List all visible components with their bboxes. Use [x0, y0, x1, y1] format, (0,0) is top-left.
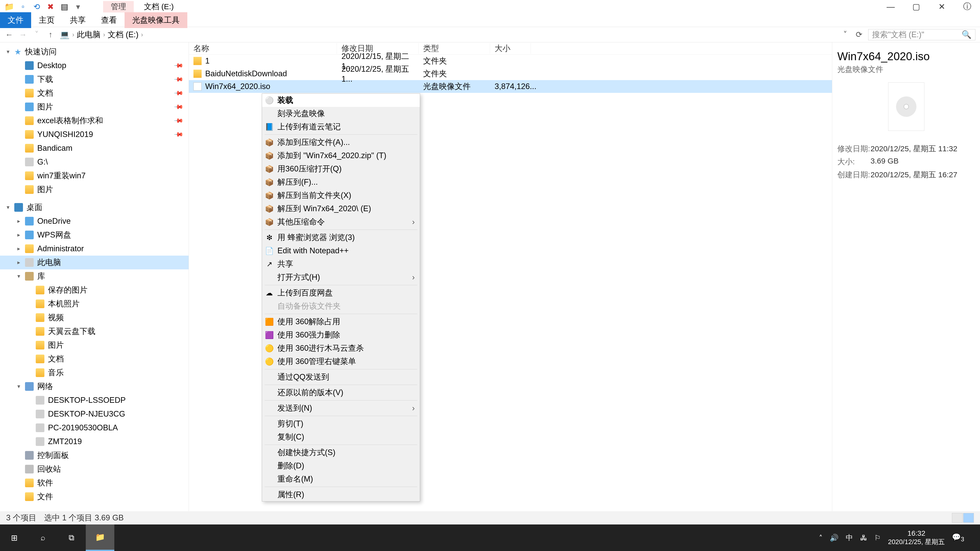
menu-item[interactable]: ↗共享	[262, 257, 420, 271]
tree-item-WPS网盘[interactable]: ▸WPS网盘	[0, 228, 189, 242]
undo-icon[interactable]: ⟲	[32, 2, 41, 11]
tree-item-视频[interactable]: 视频	[0, 311, 189, 324]
tree-item-YUNQISHI2019[interactable]: YUNQISHI2019📌	[0, 127, 189, 141]
menu-item[interactable]: ❇用 蜂蜜浏览器 浏览(3)	[262, 231, 420, 244]
menu-item[interactable]: 还原以前的版本(V)	[262, 386, 420, 399]
menu-item[interactable]: 📦添加到压缩文件(A)...	[262, 136, 420, 149]
expand-caret-icon[interactable]: ▸	[16, 245, 21, 252]
tree-item-图片[interactable]: 图片	[0, 338, 189, 352]
menu-item[interactable]: 📦解压到 Win7x64_2020\ (E)	[262, 202, 420, 215]
file-row[interactable]: Win7x64_2020.iso光盘映像文件3,874,126...	[189, 80, 832, 93]
tab-file[interactable]: 文件	[0, 12, 31, 28]
tree-item-Administrator[interactable]: ▸Administrator	[0, 242, 189, 256]
start-button[interactable]: ⊞	[0, 524, 29, 551]
col-type[interactable]: 类型	[418, 43, 490, 54]
history-dropdown[interactable]: ˅	[32, 30, 41, 39]
menu-item[interactable]: 📘上传到有道云笔记	[262, 120, 420, 133]
crumb-folder[interactable]: 文档 (E:)	[108, 29, 138, 40]
security-icon[interactable]: ⚐	[874, 534, 881, 542]
context-tab[interactable]: 管理	[103, 1, 134, 13]
expand-caret-icon[interactable]: ▸	[16, 218, 21, 224]
search-input[interactable]: 搜索"文档 (E:)" 🔍	[868, 29, 975, 40]
breadcrumb[interactable]: 💻 › 此电脑 › 文档 (E:) ›	[60, 29, 836, 40]
menu-item[interactable]: 剪切(T)	[262, 417, 420, 430]
tree-item-音乐[interactable]: 音乐	[0, 366, 189, 380]
tree-item-库[interactable]: ▾库	[0, 269, 189, 283]
dropdown-icon[interactable]: ▾	[73, 2, 83, 11]
tree-item-回收站[interactable]: 回收站	[0, 462, 189, 476]
tree-item-win7重装win7[interactable]: win7重装win7	[0, 169, 189, 183]
menu-item[interactable]: 📦添加到 "Win7x64_2020.zip" (T)	[262, 149, 420, 162]
properties-icon[interactable]: ▤	[60, 2, 69, 11]
menu-item[interactable]: ⚪装载	[262, 94, 420, 107]
menu-item[interactable]: 通过QQ发送到	[262, 370, 420, 384]
menu-item[interactable]: 删除(D)	[262, 459, 420, 472]
expand-caret-icon[interactable]: ▸	[16, 232, 21, 238]
menu-item[interactable]: 📄Edit with Notepad++	[262, 244, 420, 257]
tree-item-desktop[interactable]: ▾桌面	[0, 200, 189, 214]
delete-icon[interactable]: ✖	[46, 2, 55, 11]
expand-caret-icon[interactable]: ▾	[16, 273, 21, 279]
menu-item[interactable]: 创建快捷方式(S)	[262, 446, 420, 459]
tree-item-PC-20190530OBLA[interactable]: PC-20190530OBLA	[0, 421, 189, 435]
expand-caret-icon[interactable]: ▾	[16, 383, 21, 390]
menu-item[interactable]: 🟧使用 360解除占用	[262, 315, 420, 328]
help-icon[interactable]: ⓘ	[955, 1, 980, 12]
tree-item-network[interactable]: ▾网络	[0, 380, 189, 393]
menu-item[interactable]: 重命名(M)	[262, 472, 420, 486]
action-center-icon[interactable]: 💬3	[952, 533, 964, 543]
tree-item-下载[interactable]: 下载📌	[0, 73, 189, 86]
menu-item[interactable]: 打开方式(H)›	[262, 271, 420, 284]
tree-item-软件[interactable]: 软件	[0, 476, 189, 490]
minimize-button[interactable]: —	[878, 2, 904, 11]
menu-item[interactable]: ☁上传到百度网盘	[262, 286, 420, 300]
maximize-button[interactable]: ▢	[904, 2, 929, 11]
expand-caret-icon[interactable]: ▾	[5, 48, 11, 55]
file-row[interactable]: BaiduNetdiskDownload2020/12/25, 星期五 1...…	[189, 67, 832, 80]
menu-item[interactable]: 属性(R)	[262, 488, 420, 501]
explorer-taskbar-icon[interactable]: 📁	[86, 524, 115, 551]
expand-caret-icon[interactable]: ▸	[16, 259, 21, 266]
tree-item-文档[interactable]: 文档📌	[0, 86, 189, 100]
view-large-button[interactable]	[963, 513, 974, 523]
tree-item-DESKTOP-NJEU3CG[interactable]: DESKTOP-NJEU3CG	[0, 407, 189, 421]
file-row[interactable]: 12020/12/15, 星期二 1...文件夹	[189, 55, 832, 67]
menu-item[interactable]: 发送到(N)›	[262, 402, 420, 415]
tree-item-图片[interactable]: 图片📌	[0, 100, 189, 114]
tree-item-控制面板[interactable]: 控制面板	[0, 448, 189, 462]
tree-item-OneDrive[interactable]: ▸OneDrive	[0, 214, 189, 228]
menu-item[interactable]: 📦其他压缩命令›	[262, 215, 420, 229]
menu-item[interactable]: 📦解压到(F)...	[262, 176, 420, 189]
col-name[interactable]: 名称	[189, 43, 337, 54]
menu-item[interactable]: 📦用360压缩打开(Q)	[262, 162, 420, 176]
tree-item-Desktop[interactable]: Desktop📌	[0, 59, 189, 73]
tab-share[interactable]: 共享	[62, 12, 94, 28]
tree-item-保存的图片[interactable]: 保存的图片	[0, 283, 189, 297]
tree-item-天翼云盘下载[interactable]: 天翼云盘下载	[0, 324, 189, 338]
tray-chevron-icon[interactable]: ˄	[819, 534, 822, 542]
expand-caret-icon[interactable]: ▾	[5, 204, 11, 211]
tree-item-Bandicam[interactable]: Bandicam	[0, 141, 189, 155]
tab-view[interactable]: 查看	[94, 12, 124, 28]
col-size[interactable]: 大小	[490, 43, 531, 54]
address-dropdown[interactable]: ˅	[841, 30, 850, 39]
tree-item-本机照片[interactable]: 本机照片	[0, 297, 189, 311]
tree-item-文档[interactable]: 文档	[0, 352, 189, 366]
tree-item-quick-access[interactable]: ▾★快速访问	[0, 45, 189, 59]
menu-item[interactable]: 🟪使用 360强力删除	[262, 328, 420, 341]
tab-disc-tools[interactable]: 光盘映像工具	[124, 12, 187, 28]
tree-item-G:\[interactable]: G:\	[0, 155, 189, 169]
up-button[interactable]: ↑	[46, 30, 55, 39]
tree-item-excel表格制作求和[interactable]: excel表格制作求和📌	[0, 114, 189, 127]
crumb-root[interactable]: 此电脑	[77, 29, 100, 40]
save-icon[interactable]: ▫	[18, 2, 27, 11]
menu-item[interactable]: 刻录光盘映像	[262, 107, 420, 120]
ime-indicator[interactable]: 中	[846, 533, 853, 543]
menu-item[interactable]: 📦解压到当前文件夹(X)	[262, 189, 420, 202]
view-details-button[interactable]	[952, 513, 963, 523]
tree-item-图片[interactable]: 图片	[0, 183, 189, 197]
refresh-button[interactable]: ⟳	[854, 30, 864, 39]
clock[interactable]: 16:32 2020/12/25, 星期五	[888, 529, 945, 546]
tree-item-文件[interactable]: 文件	[0, 490, 189, 503]
tree-item-此电脑[interactable]: ▸此电脑	[0, 256, 189, 269]
